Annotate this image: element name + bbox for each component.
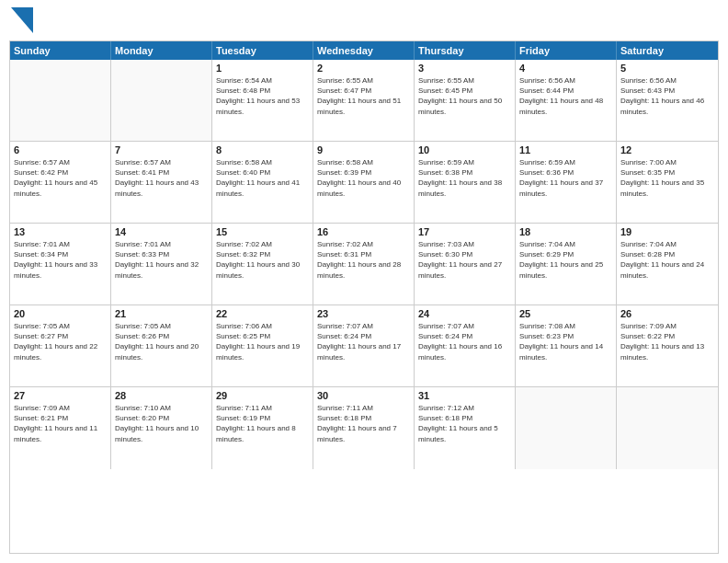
sunrise-text: Sunrise: 7:02 AM bbox=[216, 239, 309, 249]
daylight-text: Daylight: 11 hours and 17 minutes. bbox=[317, 341, 410, 362]
sunrise-text: Sunrise: 7:09 AM bbox=[14, 403, 107, 413]
day-number: 2 bbox=[317, 63, 410, 74]
sunset-text: Sunset: 6:42 PM bbox=[14, 167, 107, 178]
sunset-text: Sunset: 6:40 PM bbox=[216, 167, 309, 178]
week-row-5: 27Sunrise: 7:09 AMSunset: 6:21 PMDayligh… bbox=[10, 387, 718, 469]
day-number: 28 bbox=[115, 390, 208, 401]
sunrise-text: Sunrise: 6:56 AM bbox=[620, 75, 714, 86]
header-day-thursday: Thursday bbox=[415, 41, 516, 60]
daylight-text: Daylight: 11 hours and 28 minutes. bbox=[317, 259, 410, 280]
sunset-text: Sunset: 6:33 PM bbox=[115, 249, 208, 259]
day-number: 25 bbox=[519, 308, 612, 319]
sunrise-text: Sunrise: 7:07 AM bbox=[317, 321, 410, 331]
daylight-text: Daylight: 11 hours and 8 minutes. bbox=[216, 423, 309, 443]
daylight-text: Daylight: 11 hours and 25 minutes. bbox=[519, 259, 612, 280]
sunset-text: Sunset: 6:44 PM bbox=[519, 86, 612, 96]
sunrise-text: Sunrise: 7:02 AM bbox=[317, 239, 410, 249]
cal-cell: 7Sunrise: 6:57 AMSunset: 6:41 PMDaylight… bbox=[111, 142, 212, 223]
day-number: 29 bbox=[216, 390, 309, 401]
day-number: 6 bbox=[14, 144, 107, 155]
sunset-text: Sunset: 6:32 PM bbox=[216, 249, 309, 259]
day-number: 8 bbox=[216, 144, 309, 155]
cal-cell: 2Sunrise: 6:55 AMSunset: 6:47 PMDaylight… bbox=[313, 60, 415, 141]
day-number: 1 bbox=[216, 63, 309, 74]
header bbox=[9, 9, 719, 33]
sunset-text: Sunset: 6:23 PM bbox=[519, 331, 612, 341]
cal-cell: 20Sunrise: 7:05 AMSunset: 6:27 PMDayligh… bbox=[10, 305, 111, 386]
cal-cell: 9Sunrise: 6:58 AMSunset: 6:39 PMDaylight… bbox=[313, 142, 415, 223]
daylight-text: Daylight: 11 hours and 14 minutes. bbox=[519, 341, 612, 362]
sunset-text: Sunset: 6:38 PM bbox=[418, 167, 511, 178]
sunrise-text: Sunrise: 7:05 AM bbox=[14, 321, 107, 331]
sunrise-text: Sunrise: 7:03 AM bbox=[418, 239, 511, 249]
cal-cell: 16Sunrise: 7:02 AMSunset: 6:31 PMDayligh… bbox=[313, 224, 415, 304]
cal-cell bbox=[10, 60, 111, 141]
day-number: 18 bbox=[519, 226, 612, 237]
sunrise-text: Sunrise: 6:55 AM bbox=[317, 75, 410, 86]
daylight-text: Daylight: 11 hours and 20 minutes. bbox=[115, 341, 208, 362]
header-day-saturday: Saturday bbox=[617, 41, 718, 60]
daylight-text: Daylight: 11 hours and 19 minutes. bbox=[216, 341, 309, 362]
sunset-text: Sunset: 6:48 PM bbox=[216, 86, 309, 96]
sunset-text: Sunset: 6:29 PM bbox=[519, 249, 612, 259]
logo bbox=[9, 9, 33, 33]
day-number: 22 bbox=[216, 308, 309, 319]
day-number: 11 bbox=[519, 144, 612, 155]
day-number: 16 bbox=[317, 226, 410, 237]
cal-cell: 13Sunrise: 7:01 AMSunset: 6:34 PMDayligh… bbox=[10, 224, 111, 304]
daylight-text: Daylight: 11 hours and 5 minutes. bbox=[418, 423, 511, 443]
cal-cell: 27Sunrise: 7:09 AMSunset: 6:21 PMDayligh… bbox=[10, 387, 111, 469]
sunrise-text: Sunrise: 7:04 AM bbox=[620, 239, 714, 249]
sunset-text: Sunset: 6:31 PM bbox=[317, 249, 410, 259]
cal-cell: 25Sunrise: 7:08 AMSunset: 6:23 PMDayligh… bbox=[516, 305, 617, 386]
sunrise-text: Sunrise: 7:11 AM bbox=[216, 403, 309, 413]
daylight-text: Daylight: 11 hours and 16 minutes. bbox=[418, 341, 511, 362]
calendar-body: 1Sunrise: 6:54 AMSunset: 6:48 PMDaylight… bbox=[10, 60, 718, 469]
day-number: 17 bbox=[418, 226, 511, 237]
cal-cell: 5Sunrise: 6:56 AMSunset: 6:43 PMDaylight… bbox=[617, 60, 718, 141]
daylight-text: Daylight: 11 hours and 35 minutes. bbox=[620, 178, 714, 198]
cal-cell: 14Sunrise: 7:01 AMSunset: 6:33 PMDayligh… bbox=[111, 224, 212, 304]
day-number: 10 bbox=[418, 144, 511, 155]
day-number: 14 bbox=[115, 226, 208, 237]
daylight-text: Daylight: 11 hours and 41 minutes. bbox=[216, 178, 309, 198]
sunrise-text: Sunrise: 7:01 AM bbox=[115, 239, 208, 249]
day-number: 26 bbox=[620, 308, 714, 319]
cal-cell: 1Sunrise: 6:54 AMSunset: 6:48 PMDaylight… bbox=[212, 60, 313, 141]
daylight-text: Daylight: 11 hours and 32 minutes. bbox=[115, 259, 208, 280]
cal-cell: 19Sunrise: 7:04 AMSunset: 6:28 PMDayligh… bbox=[617, 224, 718, 304]
sunrise-text: Sunrise: 7:00 AM bbox=[620, 157, 714, 167]
cal-cell: 4Sunrise: 6:56 AMSunset: 6:44 PMDaylight… bbox=[516, 60, 617, 141]
sunset-text: Sunset: 6:27 PM bbox=[14, 331, 107, 341]
day-number: 24 bbox=[418, 308, 511, 319]
sunset-text: Sunset: 6:41 PM bbox=[115, 167, 208, 178]
cal-cell bbox=[111, 60, 212, 141]
calendar: SundayMondayTuesdayWednesdayThursdayFrid… bbox=[9, 40, 719, 554]
logo-icon bbox=[11, 7, 33, 33]
page: SundayMondayTuesdayWednesdayThursdayFrid… bbox=[0, 0, 728, 563]
sunrise-text: Sunrise: 6:56 AM bbox=[519, 75, 612, 86]
sunset-text: Sunset: 6:20 PM bbox=[115, 413, 208, 423]
cal-cell: 21Sunrise: 7:05 AMSunset: 6:26 PMDayligh… bbox=[111, 305, 212, 386]
day-number: 9 bbox=[317, 144, 410, 155]
day-number: 20 bbox=[14, 308, 107, 319]
daylight-text: Daylight: 11 hours and 27 minutes. bbox=[418, 259, 511, 280]
day-number: 5 bbox=[620, 63, 714, 74]
cal-cell: 3Sunrise: 6:55 AMSunset: 6:45 PMDaylight… bbox=[415, 60, 516, 141]
sunset-text: Sunset: 6:35 PM bbox=[620, 167, 714, 178]
daylight-text: Daylight: 11 hours and 24 minutes. bbox=[620, 259, 714, 280]
day-number: 4 bbox=[519, 63, 612, 74]
sunset-text: Sunset: 6:30 PM bbox=[418, 249, 511, 259]
sunset-text: Sunset: 6:18 PM bbox=[317, 413, 410, 423]
sunrise-text: Sunrise: 6:55 AM bbox=[418, 75, 511, 86]
sunrise-text: Sunrise: 7:07 AM bbox=[418, 321, 511, 331]
daylight-text: Daylight: 11 hours and 51 minutes. bbox=[317, 96, 410, 116]
daylight-text: Daylight: 11 hours and 48 minutes. bbox=[519, 96, 612, 116]
day-number: 31 bbox=[418, 390, 511, 401]
daylight-text: Daylight: 11 hours and 38 minutes. bbox=[418, 178, 511, 198]
header-day-tuesday: Tuesday bbox=[212, 41, 313, 60]
header-day-wednesday: Wednesday bbox=[313, 41, 415, 60]
sunrise-text: Sunrise: 6:58 AM bbox=[216, 157, 309, 167]
sunrise-text: Sunrise: 7:08 AM bbox=[519, 321, 612, 331]
sunrise-text: Sunrise: 7:05 AM bbox=[115, 321, 208, 331]
